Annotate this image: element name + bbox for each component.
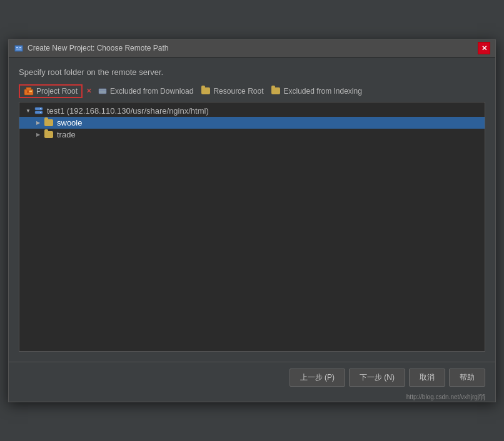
project-root-label: Project Root (36, 87, 78, 96)
root-label: test1 (192.168.110.130/usr/share/nginx/h… (47, 106, 209, 116)
excluded-indexing-icon (271, 87, 281, 96)
project-root-button[interactable]: Project Root (19, 84, 83, 98)
svg-rect-2 (19, 47, 21, 48)
svg-rect-7 (29, 91, 32, 92)
tree-item-trade[interactable]: ▶ trade (19, 129, 485, 141)
swoole-folder-icon (44, 118, 54, 127)
swoole-chevron: ▶ (34, 119, 42, 126)
svg-rect-6 (27, 91, 29, 93)
excluded-indexing-label: Excluded from Indexing (283, 87, 361, 96)
svg-rect-0 (15, 46, 23, 51)
root-chevron: ▼ (24, 107, 32, 114)
prev-button[interactable]: 上一步 (P) (290, 369, 345, 387)
trade-folder-icon (44, 130, 54, 139)
resource-root-label: Resource Root (213, 87, 263, 96)
file-tree[interactable]: ▼ test1 (192.168.110.130/usr/share/nginx… (19, 102, 485, 352)
svg-point-12 (40, 108, 41, 109)
excluded-indexing-button[interactable]: Excluded from Indexing (268, 86, 364, 97)
create-project-dialog: Create New Project: Choose Remote Path ✕… (8, 39, 496, 402)
excluded-download-button[interactable]: Excluded from Download (95, 86, 196, 97)
swoole-label: swoole (57, 118, 82, 127)
help-button[interactable]: 帮助 (449, 369, 485, 387)
toolbar: Project Root ✕ Excluded from Download (19, 84, 485, 98)
resource-root-button[interactable]: Resource Root (198, 86, 266, 97)
dialog-title: Create New Project: Choose Remote Path (28, 44, 168, 52)
root-server-icon (34, 106, 44, 115)
svg-rect-1 (16, 47, 18, 48)
title-bar-left: Create New Project: Choose Remote Path (14, 43, 168, 53)
dialog-icon (14, 43, 24, 53)
resource-root-icon (201, 87, 211, 96)
svg-point-13 (40, 112, 41, 113)
dialog-content: Specify root folder on the remote server… (9, 57, 495, 362)
excluded-download-label: Excluded from Download (110, 87, 193, 96)
footer-buttons: 上一步 (P) 下一步 (N) 取消 帮助 (290, 369, 485, 387)
description-text: Specify root folder on the remote server… (19, 67, 485, 77)
project-root-icon (24, 87, 34, 96)
svg-rect-8 (99, 89, 106, 94)
exclude-separator: ✕ (85, 87, 93, 94)
next-button[interactable]: 下一步 (N) (349, 369, 405, 387)
trade-chevron: ▶ (34, 131, 42, 138)
dialog-footer: 上一步 (P) 下一步 (N) 取消 帮助 http://blog.csdn.n… (9, 362, 495, 402)
watermark: http://blog.csdn.net/vxhjrgjfjfj (406, 394, 485, 400)
svg-rect-11 (35, 111, 43, 114)
svg-rect-3 (16, 49, 21, 49)
close-button[interactable]: ✕ (478, 42, 490, 54)
cancel-button[interactable]: 取消 (409, 369, 445, 387)
title-bar: Create New Project: Choose Remote Path ✕ (9, 40, 495, 57)
excluded-download-icon (98, 87, 108, 96)
tree-root-item[interactable]: ▼ test1 (192.168.110.130/usr/share/nginx… (19, 105, 485, 117)
tree-item-swoole[interactable]: ▶ swoole (19, 117, 485, 129)
svg-rect-10 (35, 107, 43, 110)
svg-rect-5 (26, 87, 31, 90)
trade-label: trade (57, 130, 76, 139)
